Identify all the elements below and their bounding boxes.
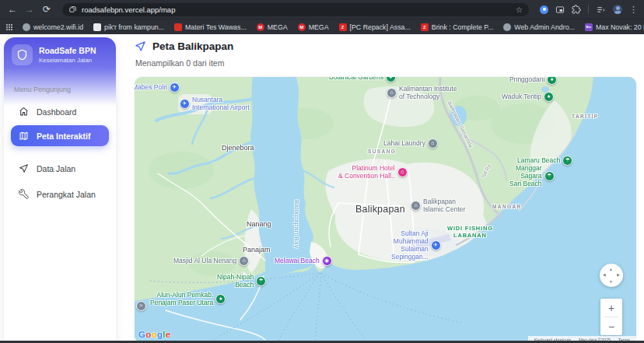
map-label-text: TARITIP <box>572 114 599 120</box>
pan-up-icon: ▲ <box>609 267 613 271</box>
bookmark-max-novak-20-fr[interactable]: BreMax Novak: 20 FR... <box>581 21 644 33</box>
park-icon: ♠ <box>215 294 226 304</box>
tab-switcher-icon <box>68 5 77 13</box>
map-label-susang[interactable]: SUSANG <box>368 149 396 155</box>
pan-control-button[interactable]: ▲ ▼ ◀ ▶ <box>600 264 623 287</box>
bookmark-star-icon[interactable]: ☆ <box>516 5 523 14</box>
bookmark-pik-r-from-kampun[interactable]: pik'r from kampun... <box>89 21 168 33</box>
map-label-balikpapan-bay[interactable]: Balikpapan Bay <box>293 200 300 249</box>
map-label-balikpapan-islamic-center[interactable]: ⌂BalikpapanIslamic Center <box>411 198 465 213</box>
zoom-out-button[interactable]: − <box>600 317 622 335</box>
sidebar-item-label: Data Jalan <box>37 164 75 173</box>
sidebar-item-label: Perangkat Jalan <box>37 190 96 199</box>
school-icon: ⌂ <box>387 88 397 98</box>
bookmark-label: Max Novak: 20 FR... <box>596 23 644 31</box>
map-label-text: Kalimantan Instituteof Technology <box>399 85 457 100</box>
map-label-text: ManggarSagaraSari Beach <box>509 164 542 187</box>
bookmark-pc-repack-assa[interactable]: Z[PC Repack] Assa... <box>335 21 415 33</box>
park-icon: ♠ <box>386 77 396 82</box>
zoom-in-button[interactable]: + <box>600 299 622 317</box>
map-canvas[interactable]: Mabes Polri✈✈NusantaraInternational Airp… <box>135 77 636 343</box>
map-icon <box>19 131 29 141</box>
bookmarks-list: welcome2.wifi.idpik'r from kampun...Mate… <box>19 21 644 33</box>
map-label-djenebora[interactable]: Djenebora <box>222 144 254 152</box>
shield-icon <box>12 44 33 65</box>
bookmark-web-admin-andro[interactable]: Web Admin Andro... <box>499 21 579 33</box>
browser-menu-icon[interactable]: ⋮ <box>629 5 638 15</box>
map-label-sultan-aji-muhammad-sulaiman-s[interactable]: Sultan AjiMuhammadSulaimanSepinggan...✈ <box>391 229 441 261</box>
address-bar[interactable]: roadsafebpn.vercel.app/map ☆ <box>62 3 529 16</box>
map-label-platinum-hotel-convention-hall[interactable]: Platinum Hotel& Convention Hall..⌂ <box>338 164 408 180</box>
sidebar-item-data-jalan[interactable]: Data Jalan <box>11 158 109 179</box>
sidebar: RoadSafe BPN Keselamatan Jalan Menu Peng… <box>4 37 116 343</box>
forward-icon[interactable]: → <box>23 3 36 16</box>
map-label-manggar-sagara-sari-beach[interactable]: ManggarSagaraSari Beach☂ <box>509 164 555 187</box>
mega-favicon-icon: M <box>257 23 264 31</box>
map-label-nusantara-international-airpor[interactable]: ✈NusantaraInternational Airport <box>180 96 250 111</box>
reading-list-icon[interactable] <box>596 5 606 14</box>
bookmark-label: Materi Tes Wawas... <box>185 23 247 31</box>
map-label-waduk-teritip[interactable]: Waduk Teritip♠ <box>502 92 554 102</box>
profile-avatar[interactable] <box>613 5 622 14</box>
google-logo[interactable]: Google <box>138 330 170 339</box>
bookmark-brink-complete-p[interactable]: ZBrink : Complete P... <box>417 21 498 33</box>
pan-right-icon: ▶ <box>617 272 620 277</box>
map-label-nipah-nipah-beach[interactable]: Nipah-NipahBeach☂ <box>217 273 266 289</box>
map-label-mabes-polri[interactable]: Mabes Polri✈ <box>135 82 180 93</box>
map-label-botanical-gardens[interactable]: Botanical Gardens♠ <box>329 77 396 82</box>
pip-icon[interactable] <box>555 5 565 14</box>
bookmark-label: Web Admin Andro... <box>514 23 575 31</box>
map-label-taritip[interactable]: TARITIP <box>572 114 599 120</box>
google-logo-letter: e <box>166 330 171 339</box>
bookmark-mega[interactable]: MMEGA <box>253 21 292 33</box>
sidebar-item-perangkat-jalan[interactable]: Perangkat Jalan <box>11 184 109 205</box>
map-label-mangar[interactable]: MANGAR <box>492 204 522 210</box>
map-label-melawai-beach[interactable]: Melawai Beach◉ <box>275 256 332 266</box>
map-label-panajam[interactable]: Panajam <box>243 246 271 254</box>
map-label-lahai-laundry[interactable]: Lahai Laundry⌂ <box>383 138 438 149</box>
airport-icon: ✈ <box>170 82 180 93</box>
bookmark-label: Brink : Complete P... <box>432 23 494 31</box>
map-label-kalimantan-institute-of-techno[interactable]: ⌂Kalimantan Instituteof Technology <box>387 85 457 100</box>
red-doc-favicon-icon <box>174 23 182 31</box>
ferry-icon: ≈ <box>136 301 146 311</box>
map-label-text: Lamaru Beach <box>517 156 560 164</box>
page-subtitle: Menampilkan 0 dari item <box>135 58 224 68</box>
map-label-text: Panajam <box>243 246 271 254</box>
back-icon[interactable]: ← <box>6 3 19 16</box>
map-label-balikpapan[interactable]: Balikpapan <box>355 204 405 215</box>
bookmark-materi-tes-wawas[interactable]: Materi Tes Wawas... <box>170 21 250 33</box>
bookmark-mega[interactable]: MMEGA <box>294 21 333 33</box>
bookmark-label: [PC Repack] Assa... <box>350 23 411 31</box>
beach-icon: ☂ <box>256 276 266 286</box>
page-title: Peta Balikpapan <box>152 40 233 52</box>
mega-favicon-icon: M <box>298 23 306 31</box>
map-label-nanang[interactable]: Nanang <box>247 220 271 229</box>
home-icon <box>19 107 29 117</box>
map-label-text: Nipah-NipahBeach <box>217 273 254 289</box>
map-label-widi-fishing-labanan[interactable]: WIDI FISHINGLABANAN <box>447 226 493 240</box>
map-label-text: Djenebora <box>222 144 254 152</box>
sidebar-item-dashboard[interactable]: Dashboard <box>11 101 109 122</box>
sidebar-item-label: Dashboard <box>37 107 76 117</box>
mosque-icon: ⌂ <box>239 256 249 266</box>
tree-icon: ♠ <box>544 92 554 102</box>
map-label-pringgodani[interactable]: Pringgodani♠ <box>509 77 557 85</box>
navigation-icon <box>19 163 29 173</box>
sidebar-item-peta-interaktif[interactable]: Peta Interaktif <box>11 125 109 146</box>
pan-down-icon: ▼ <box>609 279 613 284</box>
reload-icon[interactable]: ⟳ <box>40 3 53 16</box>
globe-favicon-icon <box>23 23 30 31</box>
extension-blue-icon[interactable] <box>540 5 548 14</box>
bookmark-welcome2-wifi-id[interactable]: welcome2.wifi.id <box>19 21 87 33</box>
navigation-icon <box>135 40 146 52</box>
map-label-text: Botanical Gardens <box>329 77 383 82</box>
app-subtitle: Keselamatan Jalan <box>39 57 92 64</box>
map-label-alun-alun-pemkab-penajam-paser[interactable]: Alun-Alun Pemkab.Penajam Paser Utara♠ <box>150 291 226 306</box>
extensions-puzzle-icon[interactable] <box>572 5 581 14</box>
map-label-masjid-al-ula-nenang[interactable]: Masjid Al Ula Nenang⌂ <box>173 256 249 266</box>
sidebar-item-label: Peta Interaktif <box>37 131 90 141</box>
google-logo-letter: G <box>138 330 145 339</box>
apps-grid-icon[interactable] <box>6 24 12 30</box>
map-label-ferry-icon[interactable]: ≈ <box>136 301 149 311</box>
